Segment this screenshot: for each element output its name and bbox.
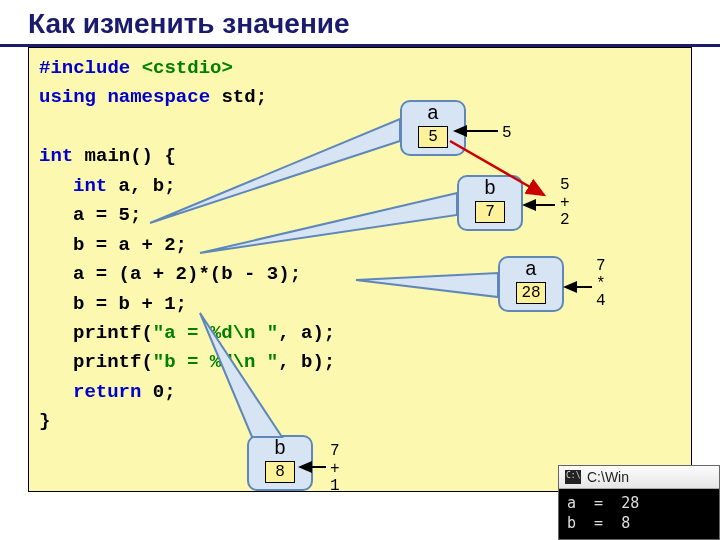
text-printf-b-end: , b);	[278, 351, 335, 373]
string-a: "a = %d\n "	[153, 322, 278, 344]
header-cstdio: <cstdio>	[142, 57, 233, 79]
text-main: main() {	[85, 145, 176, 167]
text-printf-a-end: , a);	[278, 322, 335, 344]
text-zero: 0;	[153, 381, 176, 403]
code-block: #include <cstdio> using namespace std; i…	[28, 47, 692, 492]
code-blank	[39, 113, 681, 142]
code-line-2: using namespace std;	[39, 83, 681, 112]
keyword-using: using namespace	[39, 86, 221, 108]
text-std: std;	[221, 86, 267, 108]
code-line-5: a = 5;	[39, 201, 681, 230]
code-line-1: #include <cstdio>	[39, 54, 681, 83]
code-line-6: b = a + 2;	[39, 231, 681, 260]
console-line-1: a = 28	[567, 494, 639, 512]
code-line-9: printf("a = %d\n ", a);	[39, 319, 681, 348]
code-line-8: b = b + 1;	[39, 290, 681, 319]
text-decl: a, b;	[119, 175, 176, 197]
console-window: C:\Win a = 28 b = 8	[558, 465, 720, 541]
keyword-return: return	[73, 381, 153, 403]
console-icon	[565, 470, 581, 484]
console-body: a = 28 b = 8	[559, 489, 719, 540]
console-line-2: b = 8	[567, 514, 630, 532]
console-title-text: C:\Win	[587, 469, 629, 485]
text-printf-a: printf(	[73, 322, 153, 344]
code-line-11: return 0;	[39, 378, 681, 407]
text-printf-b: printf(	[73, 351, 153, 373]
keyword-int-decl: int	[73, 175, 119, 197]
console-titlebar: C:\Win	[559, 466, 719, 489]
keyword-include: #include	[39, 57, 142, 79]
code-line-4: int a, b;	[39, 172, 681, 201]
string-b: "b = %d\n "	[153, 351, 278, 373]
code-line-12: }	[39, 407, 681, 436]
code-line-10: printf("b = %d\n ", b);	[39, 348, 681, 377]
keyword-int: int	[39, 145, 85, 167]
slide-title: Как изменить значение	[0, 0, 720, 47]
code-line-7: a = (a + 2)*(b - 3);	[39, 260, 681, 289]
code-line-3: int main() {	[39, 142, 681, 171]
